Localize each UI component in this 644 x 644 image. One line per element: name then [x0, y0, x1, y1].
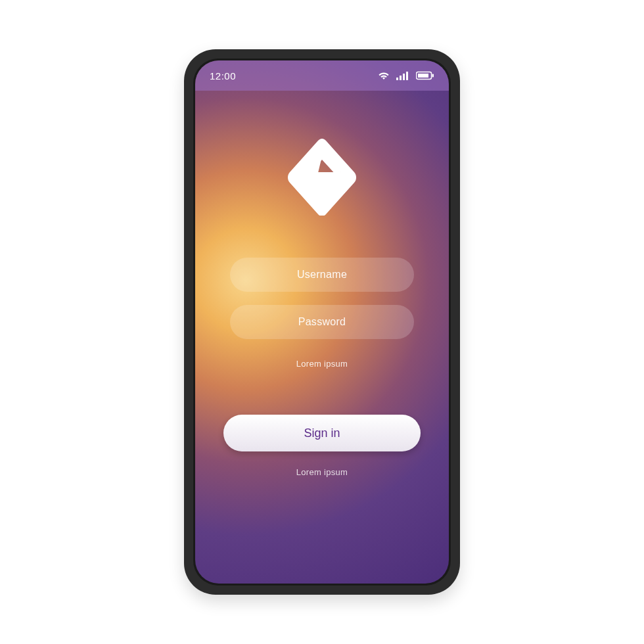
- password-field[interactable]: [230, 305, 414, 339]
- svg-rect-6: [432, 74, 434, 78]
- forgot-link[interactable]: Lorem ipsum: [296, 359, 348, 369]
- phone-bezel: 12:00: [193, 58, 451, 586]
- battery-icon: [416, 71, 434, 80]
- svg-rect-5: [418, 74, 428, 78]
- svg-rect-3: [406, 72, 408, 80]
- svg-rect-2: [403, 74, 405, 80]
- footer-link[interactable]: Lorem ipsum: [296, 467, 348, 477]
- status-time: 12:00: [210, 70, 236, 81]
- status-icons: [378, 71, 434, 80]
- status-bar: 12:00: [195, 60, 449, 91]
- svg-rect-1: [400, 76, 402, 80]
- phone-frame: 12:00: [184, 49, 460, 595]
- svg-rect-0: [396, 78, 398, 80]
- sign-in-button[interactable]: Sign in: [223, 415, 421, 451]
- stage: 12:00: [0, 0, 644, 644]
- screen: 12:00: [195, 60, 449, 584]
- signal-icon: [396, 71, 409, 80]
- wifi-icon: [378, 71, 390, 80]
- login-content: Lorem ipsum Sign in Lorem ipsum: [195, 91, 449, 584]
- app-logo: [286, 137, 358, 218]
- username-field[interactable]: [230, 258, 414, 292]
